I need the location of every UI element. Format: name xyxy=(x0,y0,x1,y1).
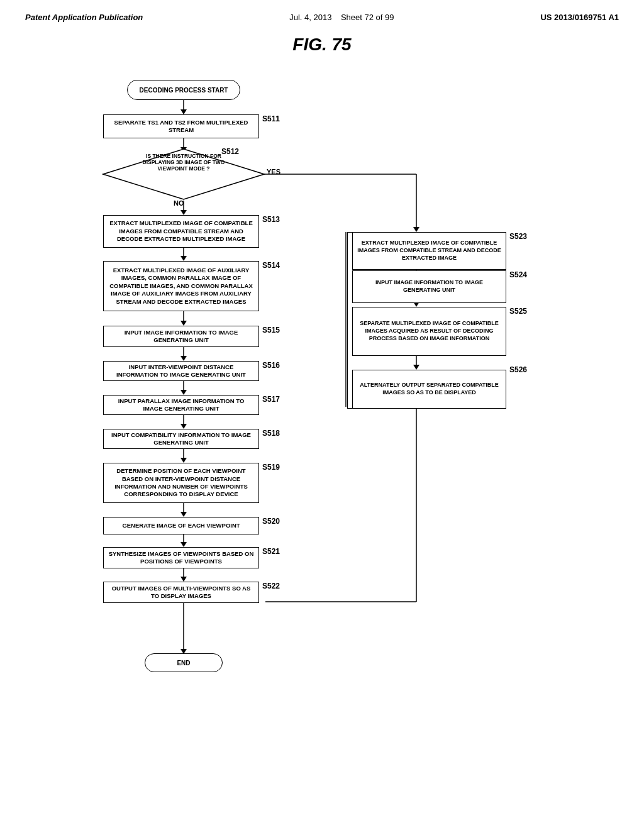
svg-marker-35 xyxy=(413,365,419,370)
s522-label: S522 xyxy=(262,582,280,590)
svg-marker-21 xyxy=(180,542,187,547)
page: Patent Application Publication Jul. 4, 2… xyxy=(0,0,644,830)
header-date: Jul. 4, 2013 xyxy=(289,13,331,22)
header-left: Patent Application Publication xyxy=(25,13,143,22)
no-label: NO xyxy=(174,199,184,207)
svg-marker-9 xyxy=(180,321,187,326)
header-sheet: Sheet 72 of 99 xyxy=(341,13,394,22)
header-right: US 2013/0169751 A1 xyxy=(540,13,619,22)
s519-label: S519 xyxy=(262,463,280,472)
s514-label: S514 xyxy=(262,261,280,270)
s526-box: ALTERNATELY OUTPUT SEPARATED COMPATIBLE … xyxy=(352,370,506,409)
header-center: Jul. 4, 2013 Sheet 72 of 99 xyxy=(289,13,394,22)
s525-label: S525 xyxy=(509,307,527,316)
s517-box: INPUT PARALLAX IMAGE INFORMATION TO IMAG… xyxy=(103,395,259,415)
svg-marker-17 xyxy=(180,458,187,463)
s524-box: INPUT IMAGE INFORMATION TO IMAGE GENERAT… xyxy=(352,270,506,303)
s511-label: S511 xyxy=(262,114,280,123)
s519-box: DETERMINE POSITION OF EACH VIEWPOINT BAS… xyxy=(103,463,259,503)
svg-marker-29 xyxy=(413,227,419,232)
fig-title: FIG. 75 xyxy=(25,35,619,55)
s522-box: OUTPUT IMAGES OF MULTI-VIEWPOINTS SO AS … xyxy=(103,582,259,603)
s515-box: INPUT IMAGE INFORMATION TO IMAGE GENERAT… xyxy=(103,326,259,347)
s520-label: S520 xyxy=(262,517,280,526)
s521-label: S521 xyxy=(262,547,280,556)
s517-label: S517 xyxy=(262,395,280,404)
s511-box: SEPARATE TS1 AND TS2 FROM MULTIPLEXED ST… xyxy=(103,114,259,138)
svg-marker-5 xyxy=(180,210,187,215)
s516-label: S516 xyxy=(262,361,280,370)
s524-label: S524 xyxy=(509,270,527,279)
svg-marker-1 xyxy=(180,109,187,114)
yes-label: YES xyxy=(267,168,280,175)
s518-label: S518 xyxy=(262,429,280,438)
s514-box: EXTRACT MULTIPLEXED IMAGE OF AUXILIARY I… xyxy=(103,261,259,311)
svg-marker-15 xyxy=(180,424,187,429)
s525-box: SEPARATE MULTIPLEXED IMAGE OF COMPATIBLE… xyxy=(352,307,506,356)
svg-marker-11 xyxy=(180,356,187,361)
diamond-svg: IS THERE INSTRUCTION FOR DISPLAYING 3D I… xyxy=(102,148,265,201)
end-node: END xyxy=(145,653,223,672)
s512-diamond: IS THERE INSTRUCTION FOR DISPLAYING 3D I… xyxy=(102,148,265,204)
s523-box: EXTRACT MULTIPLEXED IMAGE OF COMPATIBLE … xyxy=(352,232,506,270)
header: Patent Application Publication Jul. 4, 2… xyxy=(25,13,619,22)
s513-box: EXTRACT MULTIPLEXED IMAGE OF COMPATIBLE … xyxy=(103,215,259,248)
s513-label: S513 xyxy=(262,215,280,224)
s516-box: INPUT INTER-VIEWPOINT DISTANCE INFORMATI… xyxy=(103,361,259,381)
flowchart: DECODING PROCESS START S511 SEPARATE TS1… xyxy=(39,74,605,765)
svg-marker-7 xyxy=(180,256,187,261)
svg-marker-23 xyxy=(180,577,187,582)
s520-box: GENERATE IMAGE OF EACH VIEWPOINT xyxy=(103,517,259,534)
svg-marker-19 xyxy=(180,512,187,517)
start-node: DECODING PROCESS START xyxy=(127,80,240,100)
s526-label: S526 xyxy=(509,365,527,374)
svg-marker-13 xyxy=(180,390,187,395)
s523-label: S523 xyxy=(509,232,527,241)
s518-box: INPUT COMPATIBILITY INFORMATION TO IMAGE… xyxy=(103,429,259,449)
right-col-bracket xyxy=(347,232,353,409)
s515-label: S515 xyxy=(262,326,280,335)
s521-box: SYNTHESIZE IMAGES OF VIEWPOINTS BASED ON… xyxy=(103,547,259,568)
